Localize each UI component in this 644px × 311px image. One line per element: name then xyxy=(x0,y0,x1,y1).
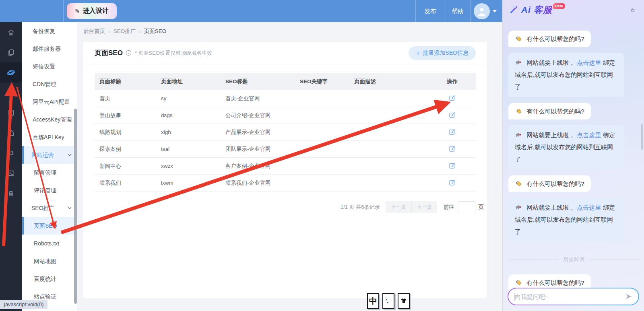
rail-settings-icon[interactable] xyxy=(0,143,22,163)
megaphone-icon xyxy=(515,131,522,139)
cell-seo-title: 首页-企业官网 xyxy=(225,95,300,102)
cell-page-url: lxwm xyxy=(161,180,225,186)
batch-add-seo-button[interactable]: + 批量添加SEO信息 xyxy=(409,46,476,60)
table-row: 首页 sy 首页-企业官网 xyxy=(95,90,476,107)
user-avatar[interactable] xyxy=(474,3,490,19)
topbar-divider xyxy=(415,0,416,22)
page-title: 页面SEO xyxy=(95,48,123,58)
click-here-link[interactable]: 点击这里 xyxy=(577,59,601,66)
ime-skin[interactable] xyxy=(398,293,410,309)
prev-page-button[interactable]: 上一页 xyxy=(386,201,411,213)
ai-chat-panel: Ai 客服 Beta 有什么可以帮您的吗? 网站就要上线啦，点击这里绑定域名后,… xyxy=(502,0,644,311)
sidebar-item-sms[interactable]: 短信设置 xyxy=(22,58,77,75)
wand-icon xyxy=(509,4,519,14)
chat-bubble-greeting: 有什么可以帮您的吗? xyxy=(508,31,591,47)
col-header-page-url: 页面地址 xyxy=(161,78,225,85)
sidebar-item-bailian-api[interactable]: 百炼API Key xyxy=(22,128,77,146)
chat-bubble-greeting: 有什么可以帮您的吗? xyxy=(508,103,591,119)
sidebar-item-baidu-stats[interactable]: 百度统计 xyxy=(22,270,77,288)
text-cursor xyxy=(514,293,514,301)
ime-toolbar: 中 ’。 xyxy=(367,293,410,309)
chat-input[interactable] xyxy=(515,293,625,300)
info-icon xyxy=(126,50,132,56)
breadcrumb-separator: › xyxy=(139,28,141,35)
clap-icon xyxy=(515,35,522,43)
avatar-icon xyxy=(477,6,487,16)
enter-design-button[interactable]: ✎ 进入设计 xyxy=(67,3,117,19)
edit-button[interactable] xyxy=(449,128,456,135)
sidebar-group-seo[interactable]: SEO推广 xyxy=(22,199,77,217)
rail-terminal-icon[interactable] xyxy=(0,163,22,183)
app-window: ✎ 进入设计 发布 帮助 xyxy=(0,0,644,311)
beta-badge: Beta xyxy=(553,3,565,9)
rail-home-icon[interactable] xyxy=(0,22,22,42)
rail-document-icon[interactable] xyxy=(0,103,22,123)
clear-chat-broom-icon[interactable] xyxy=(629,6,637,16)
rail-robot-icon[interactable] xyxy=(0,82,22,103)
status-bar-url: javascript:void(0) xyxy=(0,300,47,309)
sidebar-scrollbar[interactable] xyxy=(74,109,77,304)
sidebar-item-page-seo[interactable]: 页面SEO xyxy=(22,217,77,235)
breadcrumb-separator: › xyxy=(108,28,110,35)
table-row: 联系我们 lxwm 联系我们-企业官网 xyxy=(95,175,476,192)
click-here-link[interactable]: 点击这里 xyxy=(577,204,601,211)
table-row: 新闻中心 xwzx 客户案例-企业官网 xyxy=(95,158,476,175)
cell-page-url: xlgh xyxy=(161,129,225,135)
publish-button[interactable]: 发布 xyxy=(417,0,444,22)
ime-punctuation[interactable]: ’。 xyxy=(382,293,394,309)
sidebar-item-backup[interactable]: 备份恢复 xyxy=(22,22,77,40)
col-header-seo-title: SEO标题 xyxy=(225,78,300,85)
clap-icon xyxy=(515,279,522,286)
ime-chinese-mode[interactable]: 中 xyxy=(367,293,379,309)
sidebar-item-cdn[interactable]: CDN管理 xyxy=(22,75,77,93)
rail-mall-icon[interactable] xyxy=(0,123,22,143)
chat-bubble-announcement: 网站就要上线啦，点击这里绑定域名后,就可以发布您的网站到互联网了 xyxy=(508,53,624,97)
cell-seo-title: 联系我们-企业官网 xyxy=(225,179,300,187)
goto-unit: 页 xyxy=(479,204,484,211)
col-header-actions: 操作 xyxy=(429,78,476,85)
goto-page-input[interactable] xyxy=(458,201,475,213)
edit-button[interactable] xyxy=(449,145,456,152)
cell-page-title: 联系我们 xyxy=(95,179,161,187)
chevron-down-icon xyxy=(68,154,72,156)
edit-button[interactable] xyxy=(449,162,456,169)
sidebar-item-mail-server[interactable]: 邮件服务器 xyxy=(22,40,77,58)
table-row: 登山故事 dsgs 公司介绍-企业官网 xyxy=(95,107,476,124)
shirt-icon xyxy=(400,297,407,305)
breadcrumb-home[interactable]: 后台首页 xyxy=(83,28,105,35)
chat-scrollbar[interactable] xyxy=(641,124,643,150)
icon-rail xyxy=(0,22,22,311)
sidebar-item-accesskey[interactable]: AccessKey管理 xyxy=(22,111,77,128)
topbar: ✎ 进入设计 发布 帮助 xyxy=(0,0,502,22)
help-button[interactable]: 帮助 xyxy=(444,0,471,22)
goto-page: 前往 页 xyxy=(444,201,484,213)
edit-button[interactable] xyxy=(449,179,456,186)
main-content: 后台首页 › SEO推广 › 页面SEO 页面SEO * 页面SEO设置仅对顶级… xyxy=(77,22,502,311)
edit-button[interactable] xyxy=(449,95,456,101)
ai-service-logo: Ai 客服 xyxy=(521,4,552,16)
sidebar-item-messages[interactable]: 留言管理 xyxy=(22,164,77,181)
sidebar-item-comments[interactable]: 评论管理 xyxy=(22,181,77,199)
cell-page-title: 探索案例 xyxy=(95,146,161,153)
next-page-button[interactable]: 下一页 xyxy=(411,201,437,213)
send-icon[interactable] xyxy=(625,292,633,301)
sidebar-item-robots[interactable]: Robots.txt xyxy=(22,235,77,252)
enter-design-label: 进入设计 xyxy=(83,7,109,15)
edit-button[interactable] xyxy=(449,111,456,118)
sidebar-group-site-operation[interactable]: 网站运营 xyxy=(22,146,77,164)
page-seo-card: 页面SEO * 页面SEO设置仅对顶级域名生效 + 批量添加SEO信息 页面标题… xyxy=(83,42,487,298)
sidebar-item-aliyun-api[interactable]: 阿里云API配置 xyxy=(22,93,77,111)
click-here-link[interactable]: 点击这里 xyxy=(577,132,601,138)
rail-trash-icon[interactable] xyxy=(0,183,22,203)
cell-page-url: dsgs xyxy=(161,112,225,118)
breadcrumb-seo[interactable]: SEO推广 xyxy=(114,28,136,35)
cell-seo-title: 团队展示-企业官网 xyxy=(225,146,300,153)
sidebar-item-sitemap[interactable]: 网站地图 xyxy=(22,252,77,270)
cell-page-title: 登山故事 xyxy=(95,112,161,119)
card-header: 页面SEO * 页面SEO设置仅对顶级域名生效 + 批量添加SEO信息 xyxy=(83,42,487,64)
cell-seo-title: 公司介绍-企业官网 xyxy=(225,112,300,119)
chat-header: Ai 客服 Beta xyxy=(509,4,565,16)
rail-pages-icon[interactable] xyxy=(0,42,22,62)
rail-website-icon[interactable] xyxy=(0,62,22,82)
avatar-dropdown-caret[interactable] xyxy=(493,10,497,12)
